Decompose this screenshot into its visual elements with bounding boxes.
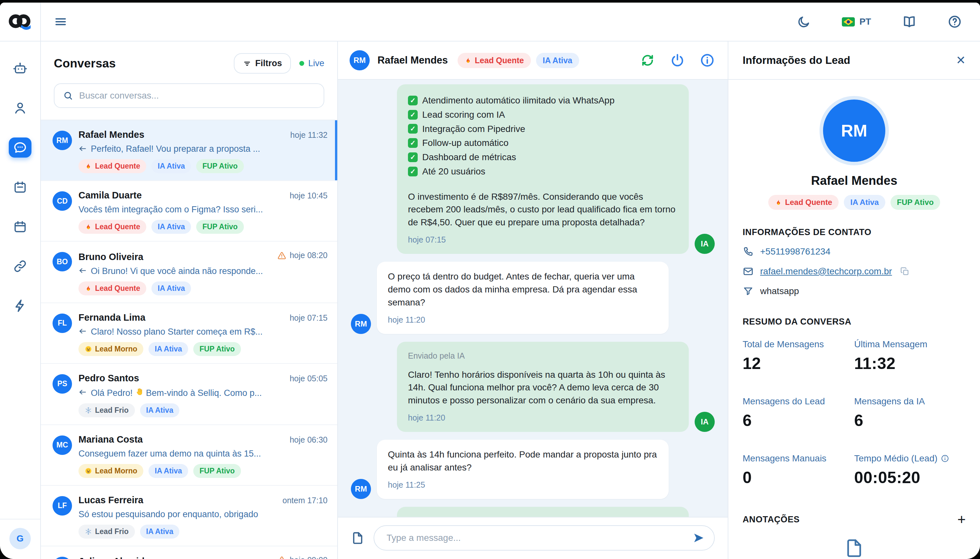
user-avatar[interactable]: G: [9, 528, 31, 549]
lead-info-button[interactable]: [700, 53, 715, 68]
tag-cold: Lead Frio: [78, 404, 135, 417]
conversation-item[interactable]: RM Rafael Mendes hoje 11:32 Perfeito, Ra…: [41, 120, 337, 181]
warning-icon: [277, 251, 286, 260]
brazil-flag-icon: [842, 17, 855, 26]
close-panel-button[interactable]: ✕: [956, 55, 966, 66]
message-time: hoje 07:15: [408, 234, 678, 246]
search-input[interactable]: [79, 91, 315, 101]
conversation-item[interactable]: LF Lucas Ferreira ontem 17:10 Só estou p…: [41, 486, 337, 546]
send-icon: [692, 531, 705, 544]
topbar-main: PT: [41, 3, 980, 41]
dark-mode-toggle[interactable]: [797, 15, 811, 28]
avatar: PS: [53, 374, 72, 394]
check-icon: ✓: [408, 110, 418, 120]
avatar: MC: [53, 435, 72, 455]
sidebar-item-conversations[interactable]: [9, 137, 31, 157]
sidebar-item-contacts[interactable]: [9, 98, 31, 118]
checklist-item: ✓Atendimento automático ilimitado via Wh…: [408, 94, 678, 107]
stat-value: 0: [743, 468, 854, 487]
mail-icon: [743, 266, 754, 277]
lead-email-link[interactable]: rafael.mendes@techcorp.com.br: [760, 266, 892, 276]
avatar: LF: [53, 496, 72, 516]
sidebar-item-links[interactable]: [9, 256, 31, 276]
conversation-name: Bruno Oliveira: [78, 251, 143, 262]
flame-icon: [464, 57, 472, 64]
tag-ia: IA Ativa: [149, 464, 188, 478]
lead-channel-row: whatsapp: [743, 286, 966, 297]
filters-label: Filtros: [255, 58, 282, 68]
checklist-item: ✓Follow-up automático: [408, 137, 678, 149]
stat-label: Mensagens da IA: [854, 396, 966, 407]
hamburger-menu-button[interactable]: [54, 15, 68, 28]
tag-fup: FUP Ativo: [196, 220, 244, 234]
moon-icon: [797, 15, 811, 28]
conversation-time: hoje 08:20: [277, 251, 327, 260]
stat-value: 11:32: [854, 354, 966, 373]
help-button[interactable]: [948, 15, 962, 29]
lead-name: Rafael Mendes: [743, 174, 966, 188]
message-input-bar: [338, 517, 728, 559]
conversation-item[interactable]: FL Fernanda Lima hoje 07:15 Claro! Nosso…: [41, 303, 337, 364]
attach-file-button[interactable]: [351, 531, 365, 545]
power-toggle-button[interactable]: [670, 53, 685, 68]
link-icon: [13, 259, 28, 274]
conversation-item[interactable]: PS Pedro Santos hoje 05:05 Olá Pedro! Be…: [41, 364, 337, 425]
conversation-item[interactable]: CD Camila Duarte hoje 10:45 Vocês têm in…: [41, 181, 337, 241]
reply-arrow-icon: [78, 389, 87, 397]
language-selector[interactable]: PT: [842, 17, 871, 27]
message-time: hoje 11:20: [388, 314, 658, 326]
stat-block: Total de Mensagens 12: [743, 339, 854, 373]
notes-section: ANOTAÇÕES +: [743, 512, 966, 527]
sidebar-item-calendar[interactable]: [9, 217, 31, 237]
app-logo[interactable]: [0, 3, 41, 41]
conversation-item[interactable]: MC Mariana Costa hoje 06:30 Conseguem fa…: [41, 425, 337, 486]
conversation-time: hoje 07:15: [289, 313, 327, 322]
stat-value: 6: [743, 411, 854, 430]
person-icon: [13, 101, 28, 116]
tag-ia: IA Ativa: [140, 404, 180, 417]
docs-button[interactable]: [902, 15, 916, 29]
tag-hot: Lead Quente: [78, 220, 146, 234]
conversation-item[interactable]: BO Bruno Oliveira hoje 08:20 Oi Bruno! V…: [41, 241, 337, 303]
checklist-item: ✓Dashboard de métricas: [408, 151, 678, 164]
tag-warm: Lead Morno: [78, 342, 143, 356]
stat-block: Última Mensagem 11:32: [854, 339, 966, 373]
topbar-actions: PT: [797, 15, 962, 29]
lead-panel-header: Informações do Lead ✕: [728, 41, 980, 80]
sidebar-item-automations[interactable]: [9, 296, 31, 316]
lead-badges: Lead QuenteIA AtivaFUP Ativo: [743, 195, 966, 210]
stat-label: Mensagens do Lead: [743, 396, 854, 407]
check-icon: ✓: [408, 167, 418, 176]
warning-icon: [277, 556, 286, 559]
hamburger-icon: [54, 15, 68, 28]
lead-message-bubble: O preço tá dentro do budget. Antes de fe…: [377, 262, 669, 334]
sidebar-item-board[interactable]: [9, 177, 31, 197]
reply-arrow-icon: [78, 267, 87, 275]
checklist-item: ✓Lead scoring com IA: [408, 108, 678, 121]
sync-conversation-button[interactable]: [640, 53, 655, 68]
conversation-name: Pedro Santos: [78, 373, 139, 384]
conversations-title: Conversas: [54, 57, 116, 70]
copy-email-button[interactable]: [900, 266, 910, 276]
tag-ia: IA Ativa: [149, 342, 188, 356]
chat-bubble-icon: [13, 140, 28, 155]
conversation-preview: Claro! Nosso plano Starter começa em R$.…: [78, 327, 327, 337]
tag-ia: IA Ativa: [140, 524, 180, 539]
conversation-time: hoje 09:00: [277, 556, 327, 559]
message-input[interactable]: [373, 525, 715, 551]
flame-icon: [775, 199, 782, 206]
lead-phone[interactable]: +5511998761234: [760, 246, 831, 257]
message-row: Enviado pela IA Claro! Tenho horários di…: [351, 342, 715, 432]
stat-value: 00:05:20: [854, 468, 966, 487]
conversation-item[interactable]: JA Juliana Almeida hoje 09:00 Preciso fa…: [41, 546, 337, 559]
message-thread[interactable]: ✓Atendimento automático ilimitado via Wh…: [338, 80, 728, 517]
filters-button[interactable]: Filtros: [234, 53, 291, 74]
check-icon: ✓: [408, 96, 418, 105]
sidebar-item-bot[interactable]: [9, 58, 31, 78]
avatar: FL: [53, 314, 72, 333]
filter-lines-icon: [243, 60, 251, 68]
add-note-button[interactable]: +: [957, 512, 966, 527]
send-message-button[interactable]: [692, 531, 705, 544]
conversation-preview: Perfeito, Rafael! Vou preparar a propost…: [78, 144, 327, 154]
lead-avatar: RM: [823, 99, 885, 162]
